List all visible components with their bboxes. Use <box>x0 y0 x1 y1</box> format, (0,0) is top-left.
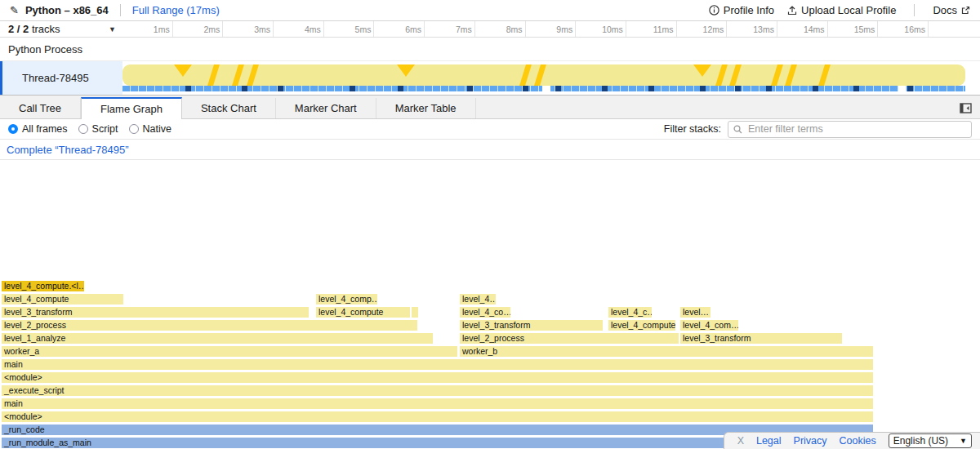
profile-info-button[interactable]: Profile Info <box>709 4 774 16</box>
header-divider <box>120 4 121 16</box>
tracks-dropdown-caret-icon[interactable]: ▼ <box>109 25 116 33</box>
flame-box[interactable]: <module> <box>2 372 873 383</box>
sample-gap <box>542 86 550 91</box>
flame-box[interactable]: worker_a <box>2 346 457 357</box>
footer-close-button[interactable]: X <box>737 435 744 447</box>
footer-privacy-link[interactable]: Privacy <box>794 435 827 447</box>
header-left: ✎ Python – x86_64 Full Range (17ms) <box>10 4 709 16</box>
footer-legal-link[interactable]: Legal <box>756 435 782 447</box>
flame-box[interactable]: level_4_compute <box>608 320 675 331</box>
flame-box[interactable] <box>412 307 418 318</box>
flame-box[interactable]: level_4_co… <box>460 307 510 318</box>
ruler-tick: 6ms <box>374 21 425 37</box>
panel-tabbar: Call Tree Flame Graph Stack Chart Marker… <box>0 96 980 119</box>
flame-box[interactable]: level_2_process <box>460 333 679 344</box>
sample-gap <box>898 86 906 91</box>
flame-box[interactable]: level_1_analyze <box>2 333 433 344</box>
tab-marker-chart[interactable]: Marker Chart <box>276 98 376 118</box>
sample-strip[interactable] <box>122 86 965 91</box>
flame-box[interactable]: level_4_c… <box>608 307 652 318</box>
flame-box[interactable]: level_4_comp… <box>316 294 377 305</box>
footer-cookies-link[interactable]: Cookies <box>840 435 876 447</box>
tracks-count: 2 / 2 <box>8 23 29 35</box>
filter-area: Filter stacks: <box>664 121 972 138</box>
filter-input[interactable] <box>746 122 966 136</box>
open-sidebar-button[interactable] <box>960 103 972 113</box>
flame-box[interactable]: level… <box>680 307 710 318</box>
footer: X Legal Privacy Cookies English (US) ▼ <box>724 432 980 449</box>
chevron-down-icon: ▼ <box>960 437 967 445</box>
profiler-app: ✎ Python – x86_64 Full Range (17ms) Prof… <box>0 0 980 449</box>
profile-name[interactable]: Python – x86_64 <box>25 4 109 16</box>
language-selected-value: English (US) <box>893 435 948 447</box>
radio-selected-icon <box>8 124 18 134</box>
flame-box[interactable]: level_4… <box>460 294 496 305</box>
sample-marker <box>278 86 283 91</box>
filter-stacks-label: Filter stacks: <box>664 123 721 135</box>
sample-marker <box>813 86 818 91</box>
radio-script[interactable]: Script <box>78 123 118 135</box>
sample-marker <box>467 86 473 91</box>
thread-track[interactable]: Thread-78495 <box>0 61 980 96</box>
ruler-tick: 11ms <box>626 21 677 37</box>
tab-marker-table[interactable]: Marker Table <box>376 98 476 118</box>
flame-box[interactable]: level_3_transform <box>680 333 842 344</box>
header: ✎ Python – x86_64 Full Range (17ms) Prof… <box>0 0 980 21</box>
flame-box[interactable]: level_4_compute.<l… <box>2 281 84 291</box>
ruler-tick: 3ms <box>223 21 274 37</box>
ruler-tick: 9ms <box>526 21 577 37</box>
flame-box[interactable]: worker_b <box>460 346 873 357</box>
flame-box[interactable]: _execute_script <box>2 385 873 396</box>
thread-label: Thread-78495 <box>22 72 89 84</box>
tracks-word: tracks <box>32 23 60 35</box>
upload-local-profile-button[interactable]: Upload Local Profile <box>787 4 896 16</box>
docs-button[interactable]: Docs <box>933 4 970 16</box>
flame-box[interactable]: level_2_process <box>2 320 417 331</box>
flame-box[interactable]: level_4_compute <box>2 294 123 305</box>
ruler-tick: 15ms <box>828 21 879 37</box>
tab-flame-graph[interactable]: Flame Graph <box>81 97 182 119</box>
sample-marker <box>185 86 191 91</box>
flame-box[interactable]: level_4_com… <box>680 320 738 331</box>
flame-box[interactable]: <module> <box>2 411 873 422</box>
full-range-link[interactable]: Full Range (17ms) <box>132 4 220 16</box>
flame-box[interactable]: main <box>2 398 873 409</box>
timeline-ruler-row: 2 / 2 tracks ▼ 1ms2ms3ms4ms5ms6ms7ms8ms9… <box>0 21 980 38</box>
ruler: 1ms2ms3ms4ms5ms6ms7ms8ms9ms10ms11ms12ms1… <box>122 21 980 37</box>
radio-unselected-icon <box>129 124 139 134</box>
flame-box[interactable]: main <box>2 359 873 370</box>
profile-info-label: Profile Info <box>724 4 774 16</box>
search-icon <box>733 125 742 134</box>
ruler-tick: 2ms <box>173 21 224 37</box>
tracks-selector[interactable]: 2 / 2 tracks ▼ <box>0 21 122 37</box>
ruler-tick: 10ms <box>576 21 626 37</box>
flame-box[interactable]: level_4_compute <box>316 307 410 318</box>
flame-graph-toolbar: All frames Script Native Filter stacks: <box>0 119 980 140</box>
radio-all-frames[interactable]: All frames <box>8 123 68 135</box>
thread-activity-graph[interactable] <box>122 63 965 93</box>
radio-native[interactable]: Native <box>129 123 172 135</box>
sample-marker <box>853 86 859 91</box>
process-label: Python Process <box>8 43 82 56</box>
sample-marker <box>242 86 247 91</box>
tracks-count-label: 2 / 2 tracks <box>8 23 60 35</box>
tab-stack-chart[interactable]: Stack Chart <box>182 98 276 118</box>
breadcrumb: Complete “Thread-78495” <box>0 140 980 160</box>
sample-marker <box>700 86 706 91</box>
docs-label: Docs <box>933 4 957 16</box>
process-track-header[interactable]: Python Process <box>0 38 980 61</box>
ruler-tick: 16ms <box>878 21 929 37</box>
radio-unselected-icon <box>78 124 88 134</box>
tab-call-tree[interactable]: Call Tree <box>0 98 81 118</box>
thread-track-label-cell[interactable]: Thread-78495 <box>0 61 122 95</box>
sample-marker <box>398 86 403 91</box>
flame-box[interactable]: level_3_transform <box>460 320 603 331</box>
language-select[interactable]: English (US) ▼ <box>889 433 972 448</box>
edit-profile-name-icon[interactable]: ✎ <box>10 4 19 16</box>
external-link-icon <box>961 6 970 15</box>
flame-graph[interactable]: level_4_compute.<l…level_4_computelevel_… <box>0 160 980 449</box>
flame-box[interactable]: level_3_transform <box>2 307 309 318</box>
breadcrumb-complete-thread[interactable]: Complete “Thread-78495” <box>7 144 129 156</box>
sample-marker <box>350 86 355 91</box>
ruler-tick: 4ms <box>274 21 324 37</box>
